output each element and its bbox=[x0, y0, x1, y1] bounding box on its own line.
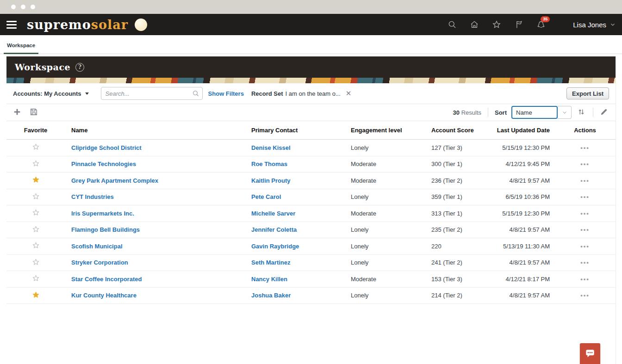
scope-label: Accounts: My Accounts bbox=[13, 90, 81, 97]
favorite-star-icon[interactable] bbox=[32, 241, 40, 249]
primary-contact-link[interactable]: Roe Thomas bbox=[251, 160, 287, 167]
row-actions-ellipsis-icon[interactable]: ••• bbox=[580, 259, 590, 266]
primary-contact-link[interactable]: Seth Martinez bbox=[251, 259, 291, 266]
account-name-link[interactable]: Grey Park Apartment Complex bbox=[71, 177, 158, 184]
favorite-cell bbox=[6, 176, 65, 185]
chevron-down-icon bbox=[558, 106, 572, 119]
sort-direction-icon[interactable] bbox=[577, 108, 586, 117]
table-body: Clipridge School District Denise Kissel … bbox=[6, 140, 616, 304]
window-titlebar bbox=[0, 0, 622, 14]
notifications-bell-icon[interactable]: 35 bbox=[536, 19, 546, 30]
account-name-link[interactable]: Clipridge School District bbox=[71, 144, 142, 151]
banner-decorative-pattern bbox=[6, 78, 616, 83]
favorite-star-icon[interactable] bbox=[32, 160, 40, 167]
save-icon[interactable] bbox=[30, 108, 39, 117]
column-header-engagement-level[interactable]: Engagement level bbox=[344, 127, 425, 134]
column-header-primary-contact[interactable]: Primary Contact bbox=[245, 127, 344, 134]
favorite-star-icon[interactable] bbox=[32, 258, 40, 266]
favorite-cell bbox=[6, 209, 65, 218]
last-updated-cell: 5/15/19 12:30 PM bbox=[483, 210, 556, 217]
row-actions-ellipsis-icon[interactable]: ••• bbox=[580, 193, 590, 200]
account-name-link[interactable]: Iris Supermarkets Inc. bbox=[71, 210, 134, 217]
primary-contact-link[interactable]: Michelle Sarver bbox=[251, 210, 295, 217]
primary-contact-link[interactable]: Denise Kissel bbox=[251, 144, 291, 151]
search-icon[interactable] bbox=[447, 19, 457, 30]
sort-label: Sort bbox=[495, 109, 507, 116]
sort-selected-value: Name bbox=[511, 106, 558, 119]
favorite-star-icon[interactable] bbox=[32, 192, 40, 200]
last-updated-cell: 5/15/19 12:30 PM bbox=[483, 144, 556, 151]
column-header-account-score[interactable]: Account Score bbox=[425, 127, 483, 134]
table-header: Favorite Name Primary Contact Engagement… bbox=[6, 121, 616, 140]
account-name-link[interactable]: Stryker Corporation bbox=[71, 259, 128, 266]
favorite-cell bbox=[6, 225, 65, 234]
tab-bar: Workspace bbox=[0, 35, 622, 54]
window-dot[interactable] bbox=[31, 5, 35, 9]
favorite-cell bbox=[6, 160, 65, 169]
export-list-button[interactable]: Export List bbox=[566, 87, 609, 99]
row-actions-ellipsis-icon[interactable]: ••• bbox=[580, 292, 590, 299]
tab-workspace[interactable]: Workspace bbox=[4, 43, 38, 54]
favorite-cell bbox=[6, 274, 65, 284]
account-name-link[interactable]: Pinnacle Technologies bbox=[71, 160, 136, 167]
show-filters-link[interactable]: Show Filters bbox=[208, 90, 244, 97]
user-menu[interactable]: Lisa Jones bbox=[573, 21, 616, 29]
favorite-cell bbox=[6, 143, 65, 152]
row-actions-ellipsis-icon[interactable]: ••• bbox=[580, 144, 590, 151]
row-actions-ellipsis-icon[interactable]: ••• bbox=[580, 276, 590, 283]
add-icon[interactable] bbox=[13, 108, 22, 117]
favorite-star-icon[interactable] bbox=[32, 291, 40, 299]
results-label: Results bbox=[461, 109, 481, 116]
column-header-name[interactable]: Name bbox=[65, 127, 245, 134]
row-actions-ellipsis-icon[interactable]: ••• bbox=[580, 177, 590, 184]
primary-contact-link[interactable]: Nancy Killen bbox=[251, 276, 287, 283]
row-actions-ellipsis-icon[interactable]: ••• bbox=[580, 160, 590, 167]
account-name-link[interactable]: Flamingo Bell Buildings bbox=[71, 226, 140, 233]
account-name-link[interactable]: CYT Industries bbox=[71, 193, 114, 200]
chat-bubble-icon[interactable] bbox=[580, 343, 600, 364]
primary-contact-link[interactable]: Kaitlin Prouty bbox=[251, 177, 291, 184]
last-updated-cell: 4/8/21 9:57 AM bbox=[483, 259, 556, 266]
account-name-link[interactable]: Star Coffee Incorporated bbox=[71, 276, 142, 283]
flag-icon[interactable] bbox=[514, 19, 524, 30]
sort-dropdown[interactable]: Name bbox=[511, 106, 572, 119]
engagement-level-cell: Lonely bbox=[344, 292, 425, 299]
hamburger-menu-icon[interactable] bbox=[6, 21, 17, 29]
column-header-favorite[interactable]: Favorite bbox=[6, 127, 65, 134]
primary-contact-link[interactable]: Joshua Baker bbox=[251, 292, 291, 299]
account-name-link[interactable]: Scofish Municipal bbox=[71, 243, 123, 250]
home-icon[interactable] bbox=[469, 19, 479, 30]
notification-count-badge: 35 bbox=[541, 16, 550, 22]
column-header-actions[interactable]: Actions bbox=[556, 127, 614, 134]
close-icon[interactable]: ✕ bbox=[346, 89, 352, 98]
logo-text-secondary: solar bbox=[91, 18, 128, 32]
row-actions-ellipsis-icon[interactable]: ••• bbox=[580, 210, 590, 217]
edit-pencil-icon[interactable] bbox=[600, 108, 609, 117]
favorite-star-icon[interactable] bbox=[32, 209, 40, 216]
search-icon bbox=[192, 90, 199, 97]
list-toolbar: 30 Results Sort Name bbox=[6, 104, 616, 121]
last-updated-cell: 4/8/21 9:57 AM bbox=[483, 226, 556, 233]
primary-contact-link[interactable]: Gavin Raybridge bbox=[251, 243, 299, 250]
accounts-scope-dropdown[interactable]: Accounts: My Accounts bbox=[13, 90, 89, 97]
engagement-level-cell: Lonely bbox=[344, 259, 425, 266]
favorite-star-icon[interactable] bbox=[32, 225, 40, 233]
window-dot[interactable] bbox=[11, 5, 16, 9]
column-header-last-updated-date[interactable]: Last Updated Date bbox=[483, 127, 556, 134]
favorite-star-icon[interactable] bbox=[32, 274, 40, 282]
window-dot[interactable] bbox=[21, 5, 25, 9]
tab-label: Workspace bbox=[7, 43, 35, 48]
favorites-star-icon[interactable] bbox=[491, 19, 502, 30]
primary-contact-link[interactable]: Jennifer Coletta bbox=[251, 226, 297, 233]
favorite-star-icon[interactable] bbox=[32, 176, 40, 184]
table-row: Iris Supermarkets Inc. Michelle Sarver M… bbox=[6, 205, 616, 222]
search-input[interactable] bbox=[101, 87, 203, 100]
row-actions-ellipsis-icon[interactable]: ••• bbox=[580, 243, 590, 250]
help-icon[interactable]: ? bbox=[75, 63, 84, 72]
row-actions-ellipsis-icon[interactable]: ••• bbox=[580, 226, 590, 233]
favorite-star-icon[interactable] bbox=[32, 143, 40, 151]
primary-contact-link[interactable]: Pete Carol bbox=[251, 193, 281, 200]
account-name-link[interactable]: Kur County Healthcare bbox=[71, 292, 137, 299]
last-updated-cell: 5/13/19 11:30 AM bbox=[483, 243, 556, 250]
table-row: Clipridge School District Denise Kissel … bbox=[6, 140, 616, 156]
